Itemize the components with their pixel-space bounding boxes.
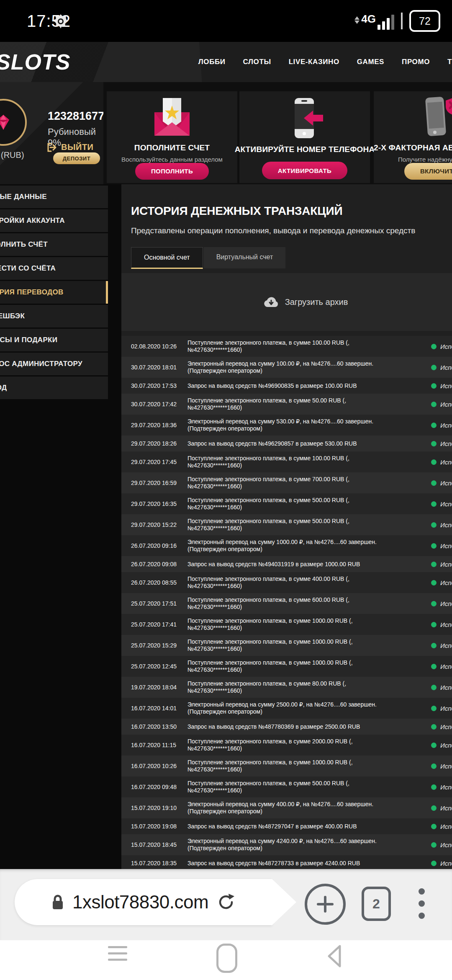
cloud-download-icon xyxy=(263,296,279,308)
txn-status: Исполнен xyxy=(431,493,452,514)
promo-card-refill[interactable]: ПОПОЛНИТЕ СЧЕТ Воспользуйтесь данным раз… xyxy=(107,91,237,183)
deposit-button[interactable]: ДЕПОЗИТ xyxy=(53,152,100,164)
txn-description-line2: (Подтвержден оператором) xyxy=(187,808,422,815)
txn-description-line1: Поступление электронного платежа, в сумм… xyxy=(187,680,422,687)
sidebar-item-8[interactable]: ВЫХОД xyxy=(0,377,108,399)
txn-description-line2: №427630******1660) xyxy=(187,525,422,532)
txn-description-line2: (Подтвержден оператором) xyxy=(187,546,422,553)
recents-button[interactable] xyxy=(108,946,127,961)
page-subtitle: Представлены операции пополнения, вывода… xyxy=(131,226,415,235)
nav-item-5[interactable]: ТУРНИРЫ xyxy=(447,58,452,66)
txn-description: Поступление электронного платежа, в сумм… xyxy=(187,638,422,652)
nav-item-1[interactable]: СЛОТЫ xyxy=(243,58,271,66)
table-row: 19.07.2020 18:04Поступление электронного… xyxy=(121,677,452,698)
txn-description: Поступление электронного платежа, в сумм… xyxy=(187,680,422,694)
new-tab-button[interactable] xyxy=(305,884,346,925)
txn-date: 30.07.2020 17:42 xyxy=(121,401,178,407)
txn-description: Электронный перевод на сумму 4240.00 ₽, … xyxy=(187,838,422,852)
tab-switcher-button[interactable]: 2 xyxy=(362,887,391,921)
sidebar-item-label: ВЫВЕСТИ СО СЧЁТА xyxy=(0,264,56,273)
status-label: Исполнен xyxy=(440,401,452,408)
back-button[interactable] xyxy=(326,944,342,969)
address-bar[interactable]: 1xslot78830.com xyxy=(15,879,272,925)
sidebar-item-6[interactable]: БОНУСЫ И ПОДАРКИ xyxy=(0,329,108,351)
tab-virtual-account[interactable]: Виртуальный счет xyxy=(204,247,286,268)
nav-item-0[interactable]: ЛОББИ xyxy=(198,58,226,66)
site-logo[interactable]: SLOTS xyxy=(0,49,70,75)
status-dot-icon xyxy=(431,441,437,446)
browser-menu-button[interactable] xyxy=(419,888,425,919)
txn-status: Исполнен xyxy=(431,357,452,378)
site-header: SLOTS ЛОББИСЛОТЫLIVE-КАЗИНОGAMESПРОМОТУР… xyxy=(0,42,452,82)
status-dot-icon xyxy=(431,706,437,711)
status-dot-icon xyxy=(431,763,437,769)
sidebar-item-4[interactable]: ИСТОРИЯ ПЕРЕВОДОВ xyxy=(0,281,108,304)
status-label: Исполнен xyxy=(440,684,452,691)
table-row: 29.07.2020 16:59Поступление электронного… xyxy=(121,472,452,493)
sidebar-item-3[interactable]: ВЫВЕСТИ СО СЧЁТА xyxy=(0,257,108,280)
table-row: 25.07.2020 15:29Поступление электронного… xyxy=(121,635,452,656)
txn-status: Исполнен xyxy=(431,818,452,834)
refill-button-label: ПОПОЛНИТЬ xyxy=(151,168,193,175)
tab-main-account[interactable]: Основной счет xyxy=(131,247,203,269)
promo-card-2fa[interactable]: 2-Х ФАКТОРНАЯ АВТОРИЗАЦИЯ Получите надёж… xyxy=(374,91,452,183)
txn-date: 15.07.2020 19:10 xyxy=(121,805,178,811)
status-dot-icon xyxy=(431,724,437,730)
reload-icon[interactable] xyxy=(217,892,235,912)
activate-button[interactable]: АКТИВИРОВАТЬ xyxy=(262,162,347,179)
download-archive-link[interactable]: Загрузить архив xyxy=(285,297,348,307)
activate-button-label: АКТИВИРОВАТЬ xyxy=(278,167,331,174)
sidebar-item-0[interactable]: ЛИЧНЫЕ ДАННЫЕ xyxy=(0,186,108,208)
transactions-panel: ИСТОРИЯ ДЕНЕЖНЫХ ТРАНЗАКЦИЙ Представлены… xyxy=(121,184,452,869)
txn-description-line1: Электронный перевод на сумму 400.00 ₽, н… xyxy=(187,801,422,808)
txn-date: 15.07.2020 18:35 xyxy=(121,860,178,867)
txn-status: Исполнен xyxy=(431,436,452,451)
lock-icon xyxy=(51,894,64,910)
txn-description-line1: Поступление электронного платежа, в сумм… xyxy=(187,596,422,603)
status-label: Исполнен xyxy=(440,663,452,670)
refill-button[interactable]: ПОПОЛНИТЬ xyxy=(135,163,209,180)
txn-date: 25.07.2020 15:29 xyxy=(121,642,178,649)
sidebar-item-7[interactable]: ЗАПРОС АДМИНИСТРАТОРУ xyxy=(0,353,108,375)
data-arrows-icon xyxy=(354,16,360,24)
txn-status: Исполнен xyxy=(431,415,452,436)
table-row: 29.07.2020 18:26Запрос на вывод средств … xyxy=(121,436,452,451)
txn-description-line1: Электронный перевод на сумму 100.00 ₽, н… xyxy=(187,360,422,367)
txn-status: Исполнен xyxy=(431,735,452,756)
sidebar-item-5[interactable]: VIP-КЕШБЭК xyxy=(0,305,108,328)
txn-date: 29.07.2020 18:36 xyxy=(121,422,178,428)
txn-description-line1: Поступление электронного платежа, в сумм… xyxy=(187,638,422,645)
table-row: 02.08.2020 10:26Поступление электронного… xyxy=(121,336,452,357)
sidebar-item-2[interactable]: ПОПОЛНИТЬ СЧЁТ xyxy=(0,233,108,256)
nav-item-3[interactable]: GAMES xyxy=(357,58,384,66)
status-label: Исполнен xyxy=(440,805,452,812)
avatar[interactable] xyxy=(0,99,27,146)
signal-bars-icon xyxy=(378,13,394,30)
status-dot-icon xyxy=(431,861,437,866)
status-label: Исполнен xyxy=(440,561,452,568)
promo-card-phone[interactable]: АКТИВИРУЙТЕ НОМЕР ТЕЛЕФОНА АКТИВИРОВАТЬ xyxy=(239,91,370,183)
enable-2fa-button[interactable]: ВКЛЮЧИТЬ xyxy=(404,163,452,180)
status-dot-icon xyxy=(431,601,437,606)
txn-description-line1: Поступление электронного платежа, в сумм… xyxy=(187,339,422,346)
txn-description-line1: Запрос на вывод средств №496290857 в раз… xyxy=(187,440,422,447)
home-button[interactable] xyxy=(216,944,237,973)
status-label: Исполнен xyxy=(440,621,452,628)
sidebar-item-1[interactable]: НАСТРОЙКИ АККАУНТА xyxy=(0,209,108,232)
txn-date: 29.07.2020 17:45 xyxy=(121,459,178,465)
txn-status: Исполнен xyxy=(431,635,452,656)
nav-item-4[interactable]: ПРОМО xyxy=(402,58,430,66)
table-row: 29.07.2020 15:22Поступление электронного… xyxy=(121,514,452,535)
status-label: Исполнен xyxy=(440,422,452,429)
browser-toolbar: 1xslot78830.com 2 xyxy=(0,869,452,940)
logout-icon xyxy=(47,143,57,152)
table-row: 25.07.2020 12:45Поступление электронного… xyxy=(121,656,452,677)
table-row: 16.07.2020 13:50Запрос на вывод средств … xyxy=(121,719,452,735)
txn-description-line1: Поступление электронного платежа, в сумм… xyxy=(187,397,422,404)
table-row: 16.07.2020 09:48Поступление электронного… xyxy=(121,776,452,797)
logout-button[interactable]: ВЫЙТИ xyxy=(47,142,94,152)
table-row: 29.07.2020 16:35Поступление электронного… xyxy=(121,493,452,514)
txn-description-line2: (Подтвержден оператором) xyxy=(187,425,422,432)
txn-description-line2: №427630******1660) xyxy=(187,346,422,353)
nav-item-2[interactable]: LIVE-КАЗИНО xyxy=(289,58,339,66)
